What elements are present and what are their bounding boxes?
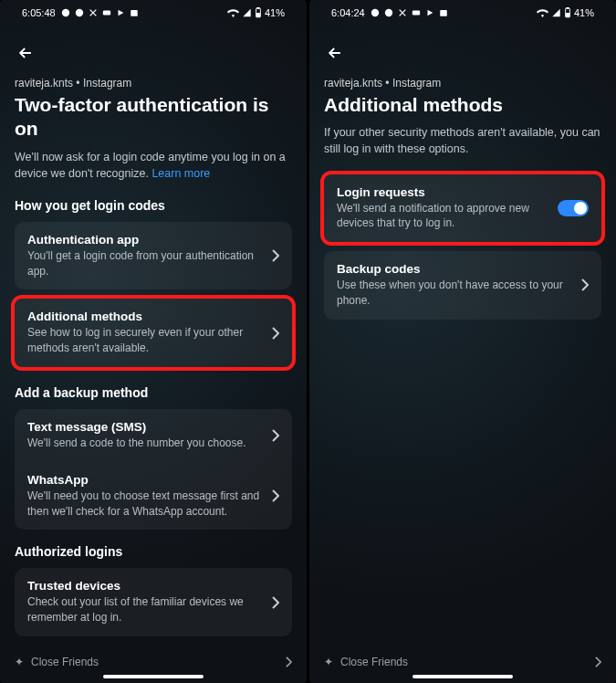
row-title: Authentication app <box>27 233 263 247</box>
row-title: Backup codes <box>337 262 572 276</box>
page-title: Two-factor authentication is on <box>15 93 292 142</box>
arrow-left-icon <box>326 44 344 62</box>
fragment-label: Close Friends <box>340 656 408 668</box>
missed-call-icon <box>398 8 407 17</box>
status-bar: 6:04:24 41% <box>309 0 616 26</box>
youtube-icon <box>102 8 111 17</box>
row-subtitle: You'll get a login code from your authen… <box>27 248 263 279</box>
status-battery: 41% <box>574 7 594 18</box>
chevron-right-icon <box>272 596 279 609</box>
row-backup-codes[interactable]: Backup codes Use these when you don't ha… <box>324 251 601 320</box>
calendar-icon <box>130 8 139 17</box>
youtube-icon <box>412 8 421 17</box>
page-description: We'll now ask for a login code anytime y… <box>15 149 292 182</box>
row-subtitle: We'll send a code to the number you choo… <box>27 436 263 451</box>
page-title: Additional methods <box>324 93 601 117</box>
chevron-right-icon <box>286 657 292 667</box>
chevron-right-icon <box>272 429 279 442</box>
row-subtitle: See how to log in securely even if your … <box>27 325 263 356</box>
row-subtitle: We'll need you to choose text message fi… <box>27 489 263 520</box>
svg-rect-6 <box>257 7 259 8</box>
fragment-icon: ✦ <box>324 656 333 668</box>
chat-icon <box>61 8 70 17</box>
whatsapp-icon <box>384 8 393 17</box>
row-title: Text message (SMS) <box>27 420 263 434</box>
svg-rect-3 <box>131 10 138 16</box>
svg-rect-2 <box>103 11 110 16</box>
back-button[interactable] <box>324 42 346 64</box>
row-whatsapp[interactable]: WhatsApp We'll need you to choose text m… <box>15 462 292 531</box>
partial-row-bottom: ✦ Close Friends <box>0 656 307 668</box>
status-time: 6:05:48 <box>22 7 56 18</box>
row-additional-methods[interactable]: Additional methods See how to log in sec… <box>15 299 292 367</box>
status-notif-icons <box>371 8 448 17</box>
chevron-right-icon <box>272 249 279 262</box>
phone-right: 6:04:24 41% raviteja.knts • Instagram Ad… <box>309 0 616 683</box>
phone-left: 6:05:48 41% raviteja.knts • Instagram Tw… <box>0 0 307 683</box>
section-authorized-logins: Authorized logins <box>15 544 292 559</box>
svg-point-0 <box>62 9 69 16</box>
highlight-additional-methods: Additional methods See how to log in sec… <box>11 295 296 371</box>
login-requests-toggle[interactable] <box>558 200 589 216</box>
row-trusted-devices[interactable]: Trusted devices Check out your list of t… <box>15 568 292 636</box>
row-sms[interactable]: Text message (SMS) We'll send a code to … <box>15 409 292 462</box>
status-notif-icons <box>61 8 139 17</box>
svg-rect-5 <box>256 14 260 17</box>
svg-rect-12 <box>566 14 569 17</box>
chevron-right-icon <box>272 327 279 340</box>
section-add-backup: Add a backup method <box>15 385 292 400</box>
status-bar: 6:05:48 41% <box>0 0 307 26</box>
play-icon <box>425 8 434 17</box>
chevron-right-icon <box>595 657 601 667</box>
row-login-requests[interactable]: Login requests We'll send a notification… <box>324 174 601 243</box>
back-button[interactable] <box>15 42 37 64</box>
section-how-you-get-codes: How you get login codes <box>15 198 292 213</box>
svg-rect-13 <box>567 7 569 8</box>
whatsapp-icon <box>75 8 84 17</box>
home-indicator[interactable] <box>103 675 204 678</box>
breadcrumb: raviteja.knts • Instagram <box>324 77 601 89</box>
chevron-right-icon <box>272 489 279 502</box>
highlight-login-requests: Login requests We'll send a notification… <box>320 171 605 247</box>
signal-icon <box>242 8 252 17</box>
play-icon <box>116 8 125 17</box>
calendar-icon <box>439 8 448 17</box>
row-authentication-app[interactable]: Authentication app You'll get a login co… <box>15 222 292 290</box>
row-subtitle: Use these when you don't have access to … <box>337 278 572 309</box>
missed-call-icon <box>89 8 98 17</box>
svg-rect-9 <box>412 11 420 16</box>
row-title: Trusted devices <box>27 579 263 593</box>
partial-row-bottom: ✦ Close Friends <box>309 656 616 668</box>
svg-point-1 <box>76 9 83 16</box>
row-subtitle: We'll send a notification to approve new… <box>337 201 548 232</box>
svg-point-7 <box>371 9 379 16</box>
wifi-icon <box>537 8 548 17</box>
status-time: 6:04:24 <box>331 7 365 18</box>
battery-icon <box>564 7 571 18</box>
chevron-right-icon <box>581 278 589 291</box>
signal-icon <box>551 8 561 17</box>
breadcrumb: raviteja.knts • Instagram <box>15 77 292 89</box>
battery-icon <box>255 7 262 18</box>
page-description: If your other security methods aren't av… <box>324 124 601 157</box>
learn-more-link[interactable]: Learn more <box>151 167 210 180</box>
svg-rect-10 <box>440 10 447 16</box>
svg-point-8 <box>385 9 392 16</box>
row-title: Additional methods <box>27 310 263 323</box>
fragment-icon: ✦ <box>15 656 24 668</box>
row-title: Login requests <box>337 185 548 199</box>
row-title: WhatsApp <box>27 473 263 487</box>
wifi-icon <box>227 8 239 17</box>
home-indicator[interactable] <box>412 675 513 678</box>
fragment-label: Close Friends <box>31 656 99 668</box>
arrow-left-icon <box>16 44 35 62</box>
chat-icon <box>371 8 380 17</box>
row-subtitle: Check out your list of the familiar devi… <box>27 594 263 625</box>
status-battery: 41% <box>265 7 285 18</box>
